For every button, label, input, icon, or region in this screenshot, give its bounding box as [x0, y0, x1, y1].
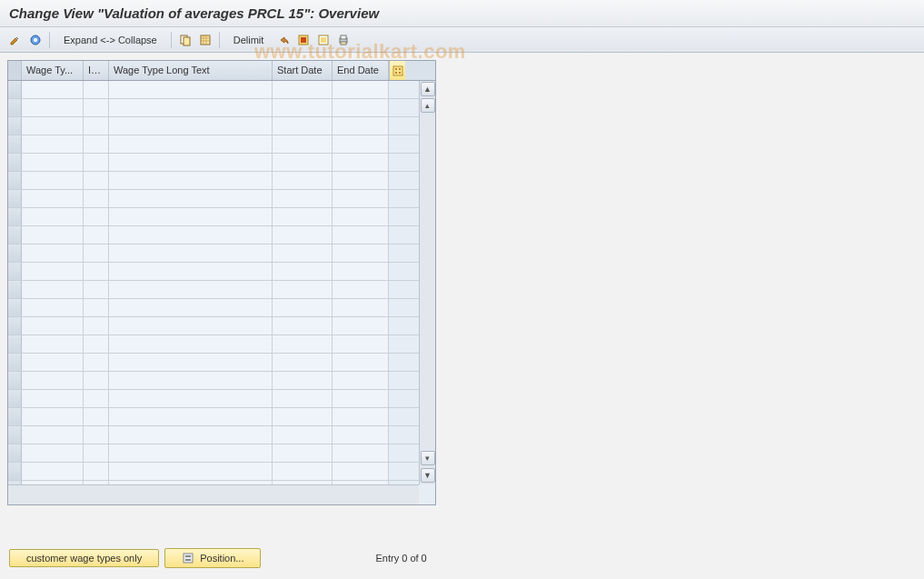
cell-end-date[interactable] — [333, 154, 389, 171]
cell-inf[interactable] — [84, 81, 109, 98]
cell-inf[interactable] — [84, 463, 109, 480]
cell-inf[interactable] — [84, 99, 109, 116]
undo-icon[interactable] — [275, 32, 292, 48]
cell-long-text[interactable] — [109, 390, 273, 407]
cell-end-date[interactable] — [333, 81, 389, 98]
cell-wage-type[interactable] — [22, 263, 84, 280]
cell-end-date[interactable] — [333, 444, 389, 462]
cell-inf[interactable] — [84, 299, 109, 316]
cell-long-text[interactable] — [109, 372, 273, 389]
scroll-thumb-top-icon[interactable]: ▴ — [421, 98, 435, 113]
row-selector[interactable] — [8, 408, 22, 425]
row-selector[interactable] — [8, 245, 22, 262]
cell-wage-type[interactable] — [22, 335, 84, 353]
cell-wage-type[interactable] — [22, 426, 84, 444]
row-selector[interactable] — [8, 154, 22, 171]
cell-inf[interactable] — [84, 208, 109, 225]
cell-end-date[interactable] — [333, 426, 389, 444]
select-block-icon[interactable] — [295, 32, 312, 48]
deselect-all-icon[interactable] — [315, 32, 332, 48]
cell-inf[interactable] — [84, 426, 109, 444]
cell-wage-type[interactable] — [22, 117, 84, 135]
cell-long-text[interactable] — [109, 208, 273, 225]
cell-end-date[interactable] — [333, 463, 389, 480]
cell-wage-type[interactable] — [22, 135, 84, 153]
row-selector[interactable] — [8, 444, 22, 462]
cell-long-text[interactable] — [109, 354, 273, 371]
cell-start-date[interactable] — [273, 172, 333, 189]
col-header-start-date[interactable]: Start Date — [273, 61, 333, 80]
cell-long-text[interactable] — [109, 154, 273, 171]
cell-end-date[interactable] — [333, 226, 389, 244]
customer-wage-types-button[interactable]: customer wage types only — [9, 549, 159, 567]
cell-wage-type[interactable] — [22, 390, 84, 407]
expand-collapse-button[interactable]: Expand <-> Collapse — [55, 32, 165, 48]
cell-start-date[interactable] — [273, 117, 333, 135]
col-header-end-date[interactable]: End Date — [333, 61, 389, 80]
cell-long-text[interactable] — [109, 190, 273, 207]
cell-long-text[interactable] — [109, 81, 273, 98]
cell-inf[interactable] — [84, 190, 109, 207]
delimit-button[interactable]: Delimit — [225, 32, 273, 48]
cell-inf[interactable] — [84, 372, 109, 389]
cell-inf[interactable] — [84, 335, 109, 353]
cell-start-date[interactable] — [273, 444, 333, 462]
cell-long-text[interactable] — [109, 317, 273, 334]
row-selector[interactable] — [8, 81, 22, 98]
cell-inf[interactable] — [84, 408, 109, 425]
table-settings-icon[interactable] — [389, 61, 405, 80]
cell-inf[interactable] — [84, 226, 109, 244]
cell-start-date[interactable] — [273, 135, 333, 153]
cell-wage-type[interactable] — [22, 154, 84, 171]
cell-wage-type[interactable] — [22, 281, 84, 298]
cell-end-date[interactable] — [333, 317, 389, 334]
cell-wage-type[interactable] — [22, 354, 84, 371]
cell-long-text[interactable] — [109, 172, 273, 189]
cell-long-text[interactable] — [109, 135, 273, 153]
cell-end-date[interactable] — [333, 335, 389, 353]
position-button[interactable]: Position... — [164, 548, 261, 568]
row-selector[interactable] — [8, 135, 22, 153]
cell-end-date[interactable] — [333, 263, 389, 280]
vertical-scrollbar[interactable]: ▲ ▴ ▾ ▼ — [419, 81, 435, 484]
cell-long-text[interactable] — [109, 99, 273, 116]
row-selector[interactable] — [8, 117, 22, 135]
cell-wage-type[interactable] — [22, 408, 84, 425]
cell-start-date[interactable] — [273, 154, 333, 171]
select-all-icon[interactable] — [197, 32, 214, 48]
cell-inf[interactable] — [84, 117, 109, 135]
cell-inf[interactable] — [84, 154, 109, 171]
row-selector[interactable] — [8, 335, 22, 353]
cell-end-date[interactable] — [333, 117, 389, 135]
cell-end-date[interactable] — [333, 245, 389, 262]
other-view-icon[interactable] — [27, 32, 44, 48]
cell-wage-type[interactable] — [22, 226, 84, 244]
cell-wage-type[interactable] — [22, 245, 84, 262]
cell-long-text[interactable] — [109, 226, 273, 244]
cell-wage-type[interactable] — [22, 299, 84, 316]
horizontal-scrollbar[interactable] — [8, 484, 419, 504]
cell-end-date[interactable] — [333, 172, 389, 189]
row-selector-header[interactable] — [8, 61, 22, 80]
cell-long-text[interactable] — [109, 426, 273, 444]
copy-icon[interactable] — [177, 32, 194, 48]
cell-long-text[interactable] — [109, 117, 273, 135]
cell-start-date[interactable] — [273, 372, 333, 389]
cell-end-date[interactable] — [333, 190, 389, 207]
cell-long-text[interactable] — [109, 299, 273, 316]
cell-start-date[interactable] — [273, 263, 333, 280]
cell-end-date[interactable] — [333, 99, 389, 116]
cell-inf[interactable] — [84, 354, 109, 371]
cell-start-date[interactable] — [273, 226, 333, 244]
row-selector[interactable] — [8, 426, 22, 444]
row-selector[interactable] — [8, 354, 22, 371]
col-header-inf[interactable]: Inf... — [84, 61, 109, 80]
cell-end-date[interactable] — [333, 408, 389, 425]
cell-inf[interactable] — [84, 172, 109, 189]
cell-start-date[interactable] — [273, 281, 333, 298]
cell-wage-type[interactable] — [22, 208, 84, 225]
cell-wage-type[interactable] — [22, 81, 84, 98]
cell-end-date[interactable] — [333, 299, 389, 316]
cell-start-date[interactable] — [273, 317, 333, 334]
cell-start-date[interactable] — [273, 408, 333, 425]
